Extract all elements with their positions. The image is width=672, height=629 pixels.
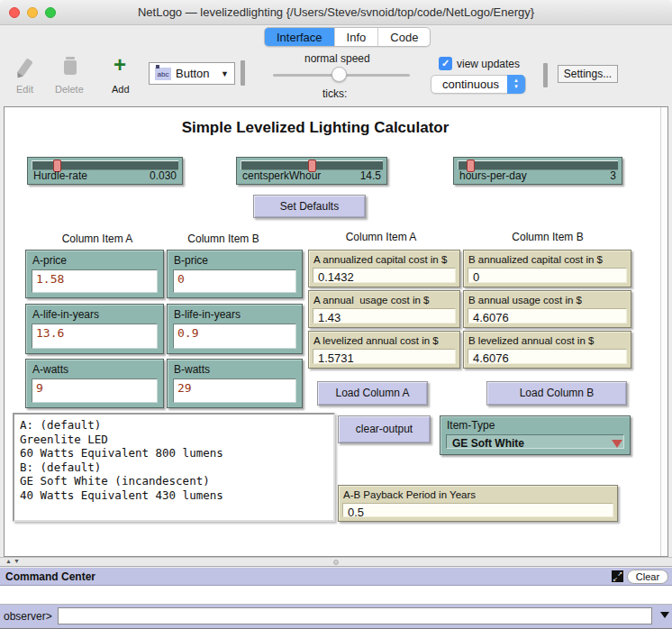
input-field[interactable]: 1.58 — [32, 269, 158, 293]
input-field[interactable]: 9 — [32, 378, 158, 403]
tab-info[interactable]: Info — [335, 28, 379, 46]
view-updates-checkbox[interactable]: ✓ — [439, 57, 452, 70]
monitor-a-levelized-annual: A levelized annual cost in $ 1.5731 — [308, 331, 460, 369]
chooser-dropdown-icon[interactable] — [612, 440, 622, 448]
command-center-title: Command Center — [5, 570, 95, 583]
command-input[interactable] — [58, 607, 652, 624]
input-field[interactable]: 29 — [173, 378, 296, 403]
delete-button[interactable]: Delete — [55, 84, 84, 95]
monitor-payback-period: A-B Payback Period in Years 0.5 — [338, 485, 618, 522]
monitor-value: 4.6076 — [468, 308, 627, 324]
input-field[interactable]: 0 — [173, 269, 296, 293]
input-label: A-life-in-years — [32, 308, 99, 321]
splitter-arrows-icon[interactable]: ▲▼ — [5, 558, 22, 564]
title-bar: NetLogo — levelizedlighting {/Users/Stev… — [0, 0, 672, 25]
slider-label: hours-per-day — [459, 169, 527, 182]
monitor-value: 0.5 — [342, 503, 613, 517]
load-column-a-button[interactable]: Load Column A — [317, 381, 428, 406]
column-header-right-a: Column Item A — [318, 231, 444, 243]
monitor-label: A-B Payback Period in Years — [343, 489, 476, 500]
history-dropdown-icon[interactable] — [660, 612, 669, 618]
monitor-label: B annualized capital cost in $ — [468, 254, 603, 265]
input-b-watts: B-watts 29 — [167, 359, 303, 408]
column-header-right-b: Column Item B — [485, 231, 611, 243]
command-center-input-row: observer> — [0, 605, 672, 629]
slider-hurdle-rate[interactable]: Hurdle-rate0.030 — [27, 157, 183, 185]
ticks-label: ticks: — [322, 87, 347, 100]
add-button[interactable]: Add — [112, 84, 130, 95]
tab-bar: Interface Info Code — [0, 25, 672, 50]
chooser-label: Item-Type — [447, 419, 495, 432]
chooser-value[interactable]: GE Soft White — [446, 434, 624, 449]
stepper-arrows-icon: ▲▼ — [507, 75, 525, 94]
edit-button[interactable]: Edit — [16, 84, 33, 95]
input-a-life-in-years: A-life-in-years 13.6 — [25, 304, 164, 354]
input-field[interactable]: 13.6 — [32, 324, 158, 349]
slider-label: centsperkWhour — [242, 169, 321, 182]
button-widget-icon: abc — [155, 68, 171, 80]
input-field[interactable]: 0.9 — [173, 324, 296, 349]
widget-type-value: Button — [176, 67, 216, 80]
command-center-output[interactable] — [0, 586, 672, 605]
slider-centsperkwhour[interactable]: centsperkWhour14.5 — [236, 157, 387, 185]
monitor-a-annualized-capital: A annualized capital cost in $ 0.1432 — [308, 250, 460, 287]
update-mode-value: continuous — [442, 77, 499, 91]
splitter-handle-icon[interactable] — [333, 560, 339, 565]
speed-slider-thumb[interactable] — [331, 67, 347, 82]
toolbar: Edit Delete + Add abc Button ▼ normal sp… — [0, 50, 672, 106]
input-label: A-watts — [32, 363, 68, 376]
update-mode-select[interactable]: continuous ▲▼ — [431, 75, 526, 94]
column-header-left-b: Column Item B — [160, 232, 286, 245]
item-type-chooser[interactable]: Item-Type GE Soft White — [440, 415, 631, 455]
settings-button[interactable]: Settings... — [558, 65, 618, 83]
input-b-life-in-years: B-life-in-years 0.9 — [167, 304, 303, 354]
speed-slider-label: normal speed — [304, 52, 370, 65]
monitor-value: 4.6076 — [468, 349, 627, 364]
output-area[interactable]: A: (default) Greenlite LED 60 Watts Equi… — [13, 413, 335, 522]
monitor-b-annual-usage: B annual usage cost in $ 4.6076 — [463, 290, 631, 328]
slider-label: Hurdle-rate — [33, 169, 87, 182]
command-center-splitter[interactable]: ▲▼ — [0, 557, 672, 567]
monitor-a-annual-usage: A annual usage cost in $ 1.43 — [308, 290, 460, 328]
input-label: B-watts — [174, 363, 210, 376]
widget-type-dropdown[interactable]: abc Button ▼ — [149, 62, 235, 85]
monitor-label: A annualized capital cost in $ — [313, 254, 447, 265]
model-title: Simple Levelized Lighting Calculator — [0, 119, 631, 137]
monitor-label: B levelized annual cost in $ — [468, 335, 594, 346]
edit-icon[interactable] — [17, 58, 32, 76]
slider-hours-per-day[interactable]: hours-per-day3 — [453, 157, 622, 185]
monitor-label: A annual usage cost in $ — [313, 295, 430, 305]
input-label: A-price — [32, 254, 67, 267]
chevron-down-icon: ▼ — [221, 69, 229, 78]
clear-button[interactable]: Clear — [627, 570, 668, 584]
slider-value: 0.030 — [150, 169, 177, 182]
view-updates-label: view updates — [457, 58, 520, 70]
input-b-price: B-price 0 — [167, 250, 303, 298]
delete-icon[interactable] — [64, 60, 77, 75]
window-title: NetLogo — levelizedlighting {/Users/Stev… — [0, 5, 672, 19]
monitor-value: 1.5731 — [313, 349, 456, 364]
command-center-header: Command Center ↗↙ Clear — [0, 568, 672, 586]
monitor-label: B annual usage cost in $ — [468, 295, 582, 305]
netlogo-window: NetLogo — levelizedlighting {/Users/Stev… — [0, 0, 672, 629]
add-icon[interactable]: + — [114, 57, 130, 73]
input-label: B-life-in-years — [174, 308, 241, 321]
monitor-b-levelized-annual: B levelized annual cost in $ 4.6076 — [463, 331, 631, 369]
tab-interface[interactable]: Interface — [265, 28, 335, 46]
observer-prompt: observer> — [4, 610, 52, 623]
tab-code[interactable]: Code — [378, 28, 430, 46]
monitor-b-annualized-capital: B annualized capital cost in $ 0 — [463, 250, 631, 287]
monitor-value: 1.43 — [313, 308, 456, 324]
canvas-scrollbar[interactable] — [660, 107, 667, 556]
slider-value: 3 — [610, 169, 616, 182]
toolbar-separator — [241, 60, 245, 86]
slider-value: 14.5 — [360, 169, 381, 182]
toolbar-separator — [543, 63, 548, 87]
set-defaults-button[interactable]: Set Defaults — [253, 195, 366, 218]
load-column-b-button[interactable]: Load Column B — [486, 381, 627, 406]
monitor-value: 0 — [468, 268, 627, 283]
input-a-price: A-price 1.58 — [25, 250, 164, 298]
input-label: B-price — [174, 254, 208, 267]
clear-output-button[interactable]: clear-output — [338, 415, 431, 443]
expand-command-center-icon[interactable]: ↗↙ — [612, 570, 623, 582]
